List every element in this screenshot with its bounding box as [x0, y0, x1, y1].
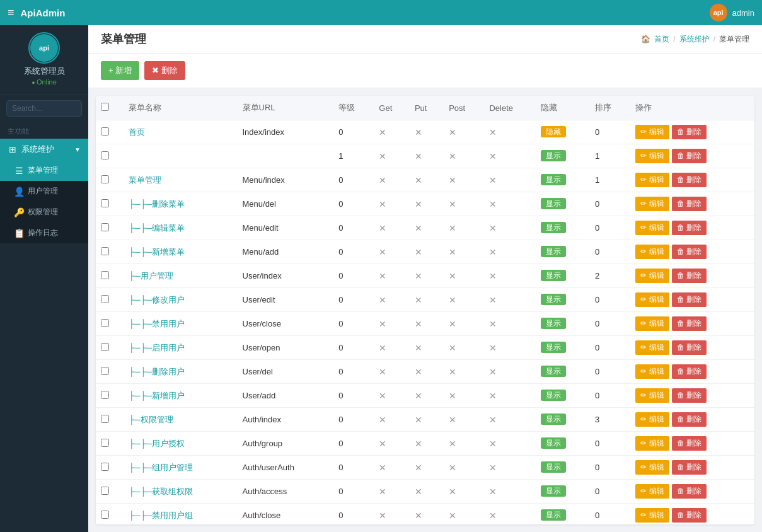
row-delete-button[interactable]: 🗑 删除 [672, 436, 707, 451]
edit-button[interactable]: ✏ 编辑 [635, 364, 669, 379]
row-checkbox[interactable] [96, 336, 124, 360]
row-delete-button[interactable]: 🗑 删除 [672, 269, 707, 283]
sidebar-item-menu[interactable]: ☰ 菜单管理 [0, 160, 88, 181]
row-delete-button[interactable]: 🗑 删除 [672, 245, 707, 259]
edit-button[interactable]: ✏ 编辑 [635, 412, 669, 427]
row-delete-button[interactable]: 🗑 删除 [672, 149, 707, 163]
row-get: ✕ [374, 192, 410, 216]
edit-button[interactable]: ✏ 编辑 [635, 460, 669, 475]
row-checkbox[interactable] [96, 168, 124, 192]
row-put: ✕ [410, 144, 444, 168]
row-delete-button[interactable]: 🗑 删除 [672, 125, 707, 139]
edit-button[interactable]: ✏ 编辑 [635, 508, 669, 523]
row-delete-button[interactable]: 🗑 删除 [672, 364, 707, 379]
edit-button[interactable]: ✏ 编辑 [635, 197, 669, 211]
breadcrumb-current: 菜单管理 [719, 34, 749, 45]
table-row: ├─├─禁用用户组 Auth/close 0 ✕ ✕ ✕ ✕ 显示 0 ✏ 编辑… [96, 504, 754, 525]
row-name: ├─├─组用户管理 [124, 456, 237, 480]
add-button[interactable]: + 新增 [101, 61, 139, 80]
row-hidden: 显示 [536, 264, 590, 288]
edit-button[interactable]: ✏ 编辑 [635, 221, 669, 235]
col-level: 等级 [333, 96, 374, 120]
row-get: ✕ [374, 408, 410, 432]
avatar: api [710, 4, 727, 21]
row-delete-button[interactable]: 🗑 删除 [672, 316, 707, 331]
edit-button[interactable]: ✏ 编辑 [635, 388, 669, 403]
edit-button[interactable]: ✏ 编辑 [635, 292, 669, 307]
breadcrumb-system-link[interactable]: 系统维护 [679, 34, 710, 45]
col-sort: 排序 [590, 96, 630, 120]
col-action: 操作 [630, 96, 754, 120]
col-post: Post [444, 96, 484, 120]
row-delete: ✕ [484, 408, 536, 432]
col-delete: Delete [484, 96, 536, 120]
row-checkbox[interactable] [96, 360, 124, 384]
row-post: ✕ [444, 384, 484, 408]
search-input[interactable] [6, 100, 82, 117]
row-delete: ✕ [484, 192, 536, 216]
delete-button[interactable]: ✖ 删除 [144, 61, 185, 80]
row-delete-button[interactable]: 🗑 删除 [672, 173, 707, 187]
row-name: ├─用户管理 [124, 264, 237, 288]
sidebar-item-auth[interactable]: 🔑 权限管理 [0, 202, 88, 223]
row-checkbox[interactable] [96, 240, 124, 264]
select-all-checkbox[interactable] [101, 103, 109, 111]
row-checkbox[interactable] [96, 480, 124, 504]
row-delete-button[interactable]: 🗑 删除 [672, 292, 707, 307]
row-checkbox[interactable] [96, 264, 124, 288]
row-hidden: 显示 [536, 312, 590, 336]
row-put: ✕ [410, 432, 444, 456]
username-label: admin [732, 8, 754, 18]
row-checkbox[interactable] [96, 432, 124, 456]
row-get: ✕ [374, 120, 410, 144]
breadcrumb-home-link[interactable]: 首页 [654, 34, 669, 45]
menu-toggle-icon[interactable]: ≡ [8, 6, 14, 20]
topbar: ≡ ApiAdmin api admin [0, 0, 762, 25]
row-post: ✕ [444, 504, 484, 525]
row-checkbox[interactable] [96, 120, 124, 144]
edit-button[interactable]: ✏ 编辑 [635, 173, 669, 187]
row-delete: ✕ [484, 264, 536, 288]
edit-button[interactable]: ✏ 编辑 [635, 316, 669, 331]
row-delete-button[interactable]: 🗑 删除 [672, 197, 707, 211]
row-delete: ✕ [484, 480, 536, 504]
edit-button[interactable]: ✏ 编辑 [635, 484, 669, 499]
row-checkbox[interactable] [96, 312, 124, 336]
sidebar-item-log[interactable]: 📋 操作日志 [0, 223, 88, 243]
row-checkbox[interactable] [96, 504, 124, 525]
edit-button[interactable]: ✏ 编辑 [635, 149, 669, 163]
row-sort: 1 [590, 144, 630, 168]
col-name: 菜单名称 [124, 96, 237, 120]
edit-button[interactable]: ✏ 编辑 [635, 125, 669, 139]
row-delete-button[interactable]: 🗑 删除 [672, 388, 707, 403]
row-url: Auth/access [238, 480, 334, 504]
row-checkbox[interactable] [96, 456, 124, 480]
row-post: ✕ [444, 360, 484, 384]
row-checkbox[interactable] [96, 408, 124, 432]
edit-button[interactable]: ✏ 编辑 [635, 340, 669, 355]
breadcrumb-home-icon[interactable]: 🏠 [641, 35, 650, 43]
search-wrap[interactable] [0, 95, 88, 122]
edit-button[interactable]: ✏ 编辑 [635, 269, 669, 283]
row-delete-button[interactable]: 🗑 删除 [672, 460, 707, 475]
row-delete-button[interactable]: 🗑 删除 [672, 508, 707, 523]
row-checkbox[interactable] [96, 192, 124, 216]
row-checkbox[interactable] [96, 288, 124, 312]
row-delete-button[interactable]: 🗑 删除 [672, 484, 707, 499]
row-delete-button[interactable]: 🗑 删除 [672, 221, 707, 235]
row-url: Auth/userAuth [238, 456, 334, 480]
row-sort: 0 [590, 216, 630, 240]
row-sort: 1 [590, 168, 630, 192]
row-checkbox[interactable] [96, 144, 124, 168]
row-post: ✕ [444, 168, 484, 192]
sidebar-item-user[interactable]: 👤 用户管理 [0, 181, 88, 202]
row-delete-button[interactable]: 🗑 删除 [672, 340, 707, 355]
edit-button[interactable]: ✏ 编辑 [635, 436, 669, 451]
sidebar-item-system[interactable]: ⊞ 系统维护 ▼ [0, 139, 88, 160]
row-delete-button[interactable]: 🗑 删除 [672, 412, 707, 427]
row-checkbox[interactable] [96, 384, 124, 408]
edit-button[interactable]: ✏ 编辑 [635, 245, 669, 259]
row-level: 0 [333, 408, 374, 432]
table-row: ├─├─删除用户 User/del 0 ✕ ✕ ✕ ✕ 显示 0 ✏ 编辑 🗑 … [96, 360, 754, 384]
row-checkbox[interactable] [96, 216, 124, 240]
